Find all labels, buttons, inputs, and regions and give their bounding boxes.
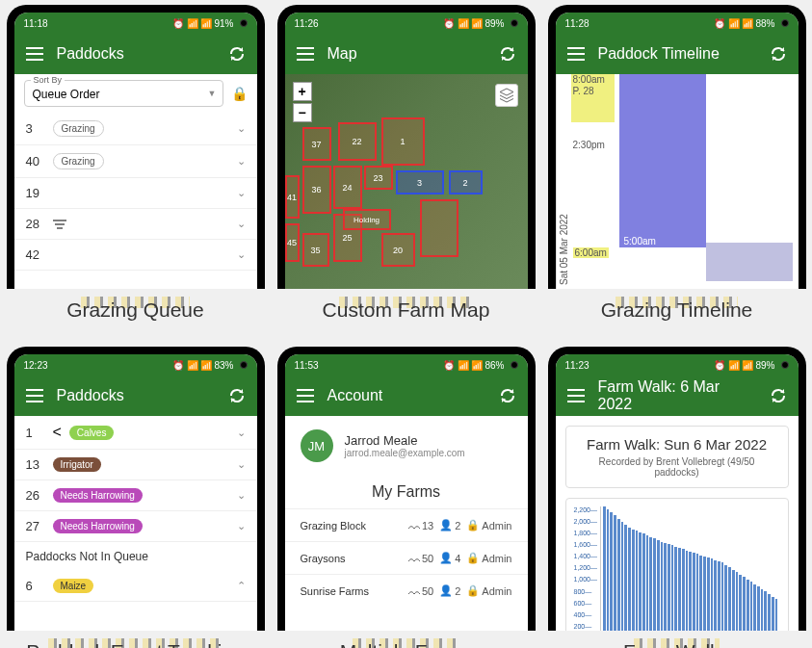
chart-bar bbox=[689, 552, 692, 631]
account-header: JM Jarrod Meale jarrod.meale@example.com bbox=[285, 416, 528, 476]
chart-bar bbox=[678, 548, 681, 631]
camera-cutout bbox=[240, 361, 248, 369]
menu-icon[interactable] bbox=[26, 389, 43, 402]
phone-event-tracking: 12:23 ⏰ 📶 📶83% Paddocks 1< Calves⌄ 13Irr… bbox=[7, 347, 265, 631]
sort-select[interactable]: Sort By Queue Order ▼ bbox=[24, 80, 223, 107]
chevron-up-icon: ⌃ bbox=[237, 580, 246, 592]
chart-bar bbox=[603, 506, 606, 631]
chart-bar bbox=[753, 584, 756, 631]
map-parcel[interactable] bbox=[420, 199, 458, 257]
paddock-row[interactable]: 19⌄ bbox=[14, 178, 257, 209]
map-parcel[interactable]: 24 bbox=[333, 166, 362, 209]
chart-bar bbox=[671, 545, 674, 631]
status-battery: 91% bbox=[214, 18, 233, 29]
phone-grazing-queue: 11:18 ⏰ 📶 📶91% Paddocks Sort By Queue Or… bbox=[7, 5, 265, 289]
chart-bar bbox=[703, 557, 706, 631]
map-parcel[interactable]: 45 bbox=[285, 223, 300, 262]
timeline-canvas[interactable]: Sat 05 Mar 2022 8:00am P. 28 2:30pm 6:00… bbox=[556, 74, 799, 289]
zoom-in-button[interactable]: + bbox=[293, 82, 312, 101]
menu-icon[interactable] bbox=[297, 47, 314, 61]
layers-button[interactable] bbox=[495, 84, 518, 107]
menu-icon[interactable] bbox=[297, 389, 314, 402]
chart-bar bbox=[661, 542, 664, 631]
sort-label: Sort By bbox=[31, 75, 65, 85]
status-battery: 89% bbox=[485, 18, 504, 29]
timeline-time-label: 6:00am bbox=[573, 247, 609, 258]
status-time: 11:28 bbox=[565, 18, 589, 29]
caption: Grazing Queue bbox=[66, 289, 203, 337]
map-parcel[interactable]: 20 bbox=[381, 233, 415, 267]
map-parcel[interactable]: 36 bbox=[302, 166, 331, 214]
map-parcel[interactable]: 22 bbox=[338, 122, 377, 161]
status-time: 12:23 bbox=[24, 360, 48, 371]
timeline-date-label: Sat 05 Mar 2022 bbox=[556, 74, 571, 289]
caption: Farm Walks bbox=[623, 631, 730, 648]
paddock-row[interactable]: 1< Calves⌄ bbox=[14, 416, 257, 450]
map-parcel[interactable]: 3 bbox=[396, 170, 444, 194]
refresh-icon[interactable] bbox=[499, 387, 516, 404]
map-parcel[interactable]: 35 bbox=[302, 233, 329, 267]
paddock-list: 3Grazing⌄ 40Grazing⌄ 19⌄ 28⌄ 42⌄ bbox=[14, 113, 257, 271]
paddock-row[interactable]: 6Maize⌃ bbox=[14, 571, 257, 602]
chart-bar bbox=[653, 538, 656, 631]
paddock-row[interactable]: 13Irrigator⌄ bbox=[14, 450, 257, 480]
refresh-icon[interactable] bbox=[770, 45, 787, 63]
refresh-icon[interactable] bbox=[499, 45, 516, 63]
status-bar: 12:23 ⏰ 📶 📶83% bbox=[14, 354, 257, 376]
paddock-row[interactable]: 28⌄ bbox=[14, 209, 257, 240]
chart-bar bbox=[674, 547, 677, 631]
chart-bar bbox=[757, 586, 760, 631]
map-canvas[interactable]: + − 37 22 1 41 36 24 23 3 2 45 35 25 20 … bbox=[285, 74, 528, 289]
chart-bar bbox=[607, 509, 610, 631]
chart-bar bbox=[711, 558, 714, 631]
map-parcel[interactable]: 41 bbox=[285, 175, 300, 219]
refresh-icon[interactable] bbox=[770, 387, 787, 404]
camera-cutout bbox=[781, 19, 789, 27]
farm-row[interactable]: Sunrise Farms 50 👤2 🔒Admin bbox=[285, 574, 528, 607]
menu-icon[interactable] bbox=[26, 47, 43, 61]
status-battery: 86% bbox=[485, 360, 504, 371]
page-title: Paddocks bbox=[57, 387, 215, 404]
paddock-row[interactable]: 40Grazing⌄ bbox=[14, 145, 257, 178]
zoom-out-button[interactable]: − bbox=[293, 103, 312, 122]
paddock-row[interactable]: 42⌄ bbox=[14, 240, 257, 271]
paddock-row[interactable]: 26Needs Harrowing⌄ bbox=[14, 480, 257, 511]
app-bar: Account bbox=[285, 376, 528, 416]
timeline-block[interactable] bbox=[619, 74, 706, 247]
chart-bar bbox=[624, 525, 627, 631]
refresh-icon[interactable] bbox=[228, 387, 246, 404]
map-parcel[interactable]: Holding bbox=[343, 209, 391, 230]
map-parcel[interactable]: 37 bbox=[302, 127, 331, 161]
map-parcel[interactable]: 1 bbox=[381, 117, 425, 166]
app-bar: Map bbox=[285, 34, 528, 74]
status-battery: 89% bbox=[755, 360, 774, 371]
chart-bar bbox=[736, 572, 739, 631]
chevron-down-icon: ⌄ bbox=[237, 187, 246, 199]
timeline-block[interactable] bbox=[706, 243, 793, 281]
map-parcel[interactable]: 23 bbox=[364, 166, 393, 190]
camera-cutout bbox=[240, 19, 248, 27]
user-count: 👤2 bbox=[439, 519, 460, 531]
map-parcel[interactable]: 2 bbox=[449, 170, 483, 194]
refresh-icon[interactable] bbox=[228, 45, 246, 63]
paddock-row[interactable]: 3Grazing⌄ bbox=[14, 113, 257, 145]
page-title: Paddocks bbox=[57, 45, 215, 63]
chart-bar bbox=[764, 591, 767, 631]
farm-row[interactable]: Grazing Block 13 👤2 🔒Admin bbox=[285, 508, 528, 541]
caption: Paddock Event Tracking bbox=[26, 631, 244, 648]
chart-bar bbox=[707, 557, 710, 631]
status-bar: 11:28 ⏰ 📶 📶88% bbox=[556, 13, 799, 34]
page-title: Paddock Timeline bbox=[598, 45, 756, 63]
paddock-row[interactable]: 27Needs Harrowing⌄ bbox=[14, 511, 257, 542]
chart-bar bbox=[614, 515, 616, 631]
menu-icon[interactable] bbox=[567, 389, 585, 402]
chart-bar bbox=[610, 512, 613, 631]
walk-title: Farm Walk: Sun 6 Mar 2022 bbox=[576, 436, 778, 453]
chart-bar bbox=[739, 575, 742, 631]
avatar[interactable]: JM bbox=[301, 429, 333, 462]
status-time: 11:26 bbox=[295, 18, 319, 29]
menu-icon[interactable] bbox=[567, 47, 585, 61]
lock-icon[interactable]: 🔒 bbox=[231, 86, 248, 101]
farm-row[interactable]: Graysons 50 👤4 🔒Admin bbox=[285, 541, 528, 574]
chart-card[interactable]: 2,200—2,000—1,800—1,600—1,400—1,200—1,00… bbox=[565, 498, 789, 631]
